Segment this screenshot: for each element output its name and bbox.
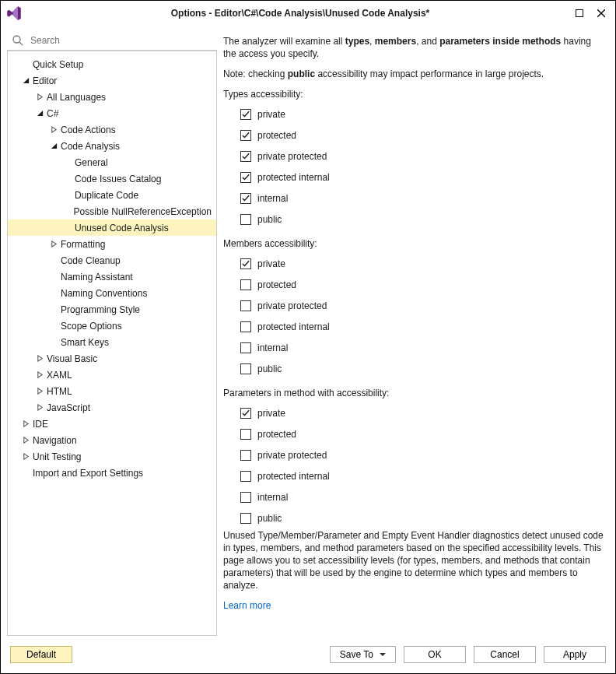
checkbox-row[interactable]: protected internal xyxy=(240,317,606,338)
search-box[interactable] xyxy=(7,30,217,51)
caret-closed-icon[interactable] xyxy=(36,404,44,412)
tree-item[interactable]: Duplicate Code xyxy=(8,187,216,203)
search-input[interactable] xyxy=(29,34,212,47)
tree-item[interactable]: Code Analysis xyxy=(8,138,216,154)
button-bar: Default Save To OK Cancel Apply xyxy=(1,636,615,673)
tree-item[interactable]: Scope Options xyxy=(8,318,216,334)
checkbox-row[interactable]: protected internal xyxy=(240,167,606,188)
tree-item[interactable]: XAML xyxy=(8,367,216,383)
caret-closed-icon[interactable] xyxy=(36,355,44,363)
tree-item-label: Navigation xyxy=(33,435,77,446)
tree-item-label: Code Issues Catalog xyxy=(75,174,161,184)
checkbox-row[interactable]: internal xyxy=(240,487,606,508)
checkbox[interactable] xyxy=(240,492,251,503)
caret-closed-icon[interactable] xyxy=(22,437,30,444)
options-tree[interactable]: Quick SetupEditorAll LanguagesC#Code Act… xyxy=(7,51,217,636)
caret-open-icon[interactable] xyxy=(50,142,58,150)
ok-button[interactable]: OK xyxy=(404,646,466,663)
checkbox[interactable] xyxy=(240,193,251,204)
checkbox-row[interactable]: private xyxy=(240,254,606,275)
checkbox[interactable] xyxy=(240,429,251,440)
tree-item[interactable]: Possible NullReferenceException xyxy=(8,203,216,219)
caret-closed-icon[interactable] xyxy=(50,126,58,134)
cancel-button[interactable]: Cancel xyxy=(474,646,536,663)
tree-item[interactable]: Visual Basic xyxy=(8,350,216,367)
tree-item[interactable]: Code Issues Catalog xyxy=(8,170,216,187)
checkbox-row[interactable]: public xyxy=(240,359,606,380)
checkbox[interactable] xyxy=(240,151,251,162)
tree-item[interactable]: JavaScript xyxy=(8,399,216,416)
checkbox[interactable] xyxy=(240,300,251,311)
checkbox-row[interactable]: private xyxy=(240,104,606,125)
svg-line-4 xyxy=(19,42,23,45)
checkbox-row[interactable]: private protected xyxy=(240,296,606,317)
tree-item[interactable]: Code Cleanup xyxy=(8,252,216,269)
checkbox[interactable] xyxy=(240,471,251,482)
tree-item-label: Naming Conventions xyxy=(61,288,147,299)
default-button[interactable]: Default xyxy=(10,646,72,663)
checkbox-row[interactable]: internal xyxy=(240,338,606,359)
tree-item-label: Code Analysis xyxy=(61,141,120,152)
caret-closed-icon[interactable] xyxy=(22,420,30,428)
tree-item-label: XAML xyxy=(47,370,72,381)
checkbox-row[interactable]: internal xyxy=(240,188,606,209)
tree-item[interactable]: Editor xyxy=(8,72,216,89)
tree-item[interactable]: Unused Code Analysis xyxy=(8,219,216,236)
checkbox[interactable] xyxy=(240,130,251,141)
checkbox[interactable] xyxy=(240,214,251,225)
tree-item[interactable]: Programming Style xyxy=(8,301,216,318)
checkbox-row[interactable]: public xyxy=(240,209,606,230)
save-to-button[interactable]: Save To xyxy=(330,646,396,663)
checkbox[interactable] xyxy=(240,109,251,120)
tree-item[interactable]: Naming Conventions xyxy=(8,285,216,301)
checkbox[interactable] xyxy=(240,408,251,419)
checkbox-row[interactable]: private protected xyxy=(240,146,606,167)
tree-item-label: Unit Testing xyxy=(33,451,81,462)
checkbox-row[interactable]: protected internal xyxy=(240,466,606,487)
checkbox[interactable] xyxy=(240,513,251,524)
checkbox-label: internal xyxy=(257,342,288,353)
checkbox-row[interactable]: protected xyxy=(240,125,606,146)
caret-closed-icon[interactable] xyxy=(36,371,44,379)
tree-item-label: Code Cleanup xyxy=(61,255,121,266)
tree-item[interactable]: HTML xyxy=(8,383,216,399)
checkbox[interactable] xyxy=(240,172,251,183)
maximize-icon[interactable] xyxy=(573,7,586,19)
checkbox[interactable] xyxy=(240,342,251,353)
checkbox[interactable] xyxy=(240,450,251,461)
tree-item[interactable]: Unit Testing xyxy=(8,448,216,465)
caret-closed-icon[interactable] xyxy=(36,388,44,395)
checkbox-row[interactable]: private protected xyxy=(240,445,606,466)
caret-closed-icon[interactable] xyxy=(36,93,44,101)
tree-item[interactable]: All Languages xyxy=(8,89,216,105)
tree-item[interactable]: Navigation xyxy=(8,432,216,448)
caret-open-icon[interactable] xyxy=(22,77,30,85)
caret-closed-icon[interactable] xyxy=(50,240,58,248)
caret-closed-icon[interactable] xyxy=(22,453,30,461)
checkbox-row[interactable]: protected xyxy=(240,275,606,296)
checkbox[interactable] xyxy=(240,363,251,374)
checkbox-row[interactable]: public xyxy=(240,508,606,529)
checkbox[interactable] xyxy=(240,279,251,290)
checkbox[interactable] xyxy=(240,321,251,332)
tree-item[interactable]: Import and Export Settings xyxy=(8,465,216,481)
tree-item[interactable]: IDE xyxy=(8,416,216,432)
caret-open-icon[interactable] xyxy=(36,110,44,118)
checkbox-label: private protected xyxy=(257,300,327,311)
tree-item[interactable]: Formatting xyxy=(8,236,216,252)
tree-item[interactable]: Code Actions xyxy=(8,121,216,138)
checkbox[interactable] xyxy=(240,258,251,269)
tree-item[interactable]: General xyxy=(8,154,216,170)
apply-button[interactable]: Apply xyxy=(544,646,606,663)
tree-item[interactable]: Smart Keys xyxy=(8,334,216,350)
svg-rect-0 xyxy=(576,10,583,17)
tree-item[interactable]: Quick Setup xyxy=(8,56,216,72)
tree-item[interactable]: Naming Assistant xyxy=(8,269,216,285)
tree-item-label: Unused Code Analysis xyxy=(75,223,169,233)
tree-item[interactable]: C# xyxy=(8,105,216,121)
checkbox-row[interactable]: protected xyxy=(240,424,606,445)
learn-more-link[interactable]: Learn more xyxy=(223,600,271,611)
close-icon[interactable] xyxy=(595,7,607,19)
checkbox-label: public xyxy=(257,513,282,524)
checkbox-row[interactable]: private xyxy=(240,403,606,424)
